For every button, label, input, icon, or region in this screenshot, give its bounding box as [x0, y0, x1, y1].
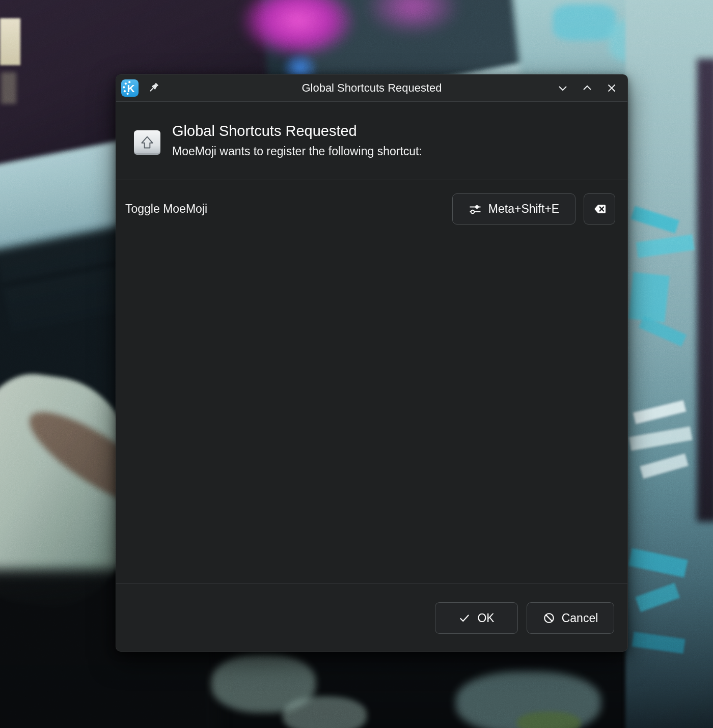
keybinding-label: Meta+Shift+E: [488, 202, 559, 216]
check-icon: [458, 612, 471, 624]
ok-button[interactable]: OK: [435, 602, 518, 634]
titlebar[interactable]: K Global Shortcuts Requested: [116, 75, 627, 102]
shortcut-row: Toggle MoeMoji Meta+Shift+E: [125, 193, 615, 225]
cancel-button[interactable]: Cancel: [527, 602, 614, 634]
dialog-content: Toggle MoeMoji Meta+Shift+E: [116, 180, 627, 583]
cancel-circle-icon: [543, 612, 555, 624]
shortcut-action-label: Toggle MoeMoji: [125, 202, 207, 216]
backspace-icon: [593, 202, 607, 216]
window-title: Global Shortcuts Requested: [301, 81, 442, 95]
maximize-button[interactable]: [581, 81, 594, 95]
cancel-label: Cancel: [562, 611, 598, 625]
dialog-header: Global Shortcuts Requested MoeMoji wants…: [116, 102, 627, 180]
pin-icon[interactable]: [147, 80, 162, 96]
keybinding-button[interactable]: Meta+Shift+E: [452, 193, 575, 225]
close-button[interactable]: [605, 81, 618, 95]
dialog-footer: OK Cancel: [116, 583, 627, 651]
minimize-button[interactable]: [556, 81, 569, 95]
configure-sliders-icon: [469, 203, 482, 216]
clear-shortcut-button[interactable]: [584, 193, 615, 225]
global-shortcuts-dialog: K Global Shortcuts Requested: [116, 74, 628, 652]
shortcut-actions: Meta+Shift+E: [452, 193, 615, 225]
shift-key-icon: [134, 130, 160, 155]
window-controls: [556, 81, 620, 95]
dialog-subtitle: MoeMoji wants to register the following …: [172, 145, 422, 158]
kde-logo[interactable]: K: [121, 79, 139, 97]
ok-label: OK: [477, 611, 494, 625]
dialog-heading: Global Shortcuts Requested: [172, 122, 422, 140]
svg-text:K: K: [127, 82, 134, 94]
